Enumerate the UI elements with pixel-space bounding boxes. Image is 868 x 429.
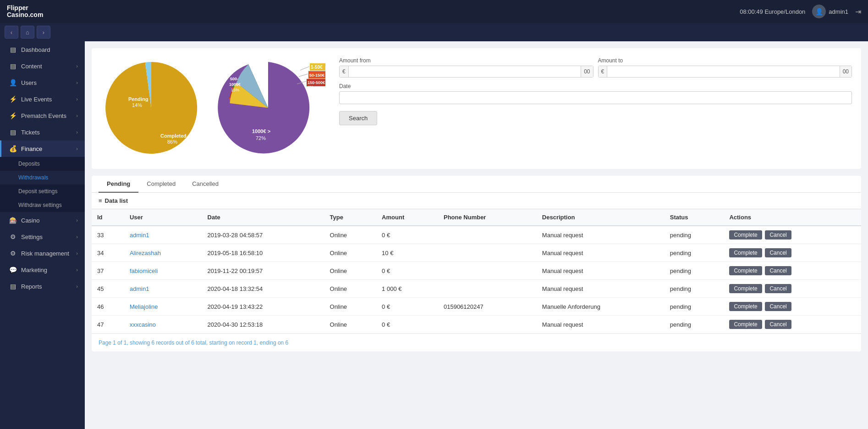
col-id: Id bbox=[92, 209, 124, 226]
nav-home-button[interactable]: ⌂ bbox=[21, 26, 34, 39]
sidebar-item-casino[interactable]: 🎰 Casino › bbox=[0, 212, 85, 228]
col-actions: Actions bbox=[724, 209, 861, 226]
main-layout: ▤ Dashboard ▤ Content › 👤 Users › ⚡ Live… bbox=[0, 41, 868, 429]
amount-from-input[interactable] bbox=[349, 66, 581, 77]
sidebar-item-label: Content bbox=[21, 63, 76, 70]
table-row: 46 Meliajoline 2020-04-19 13:43:22 Onlin… bbox=[92, 298, 861, 316]
cancel-button[interactable]: Cancel bbox=[765, 230, 791, 240]
chevron-icon: › bbox=[76, 80, 78, 85]
amount-from-label: Amount from bbox=[339, 57, 593, 64]
user-link[interactable]: fabiomiceli bbox=[130, 267, 158, 274]
svg-line-4 bbox=[300, 67, 309, 70]
sidebar-item-finance[interactable]: 💰 Finance › bbox=[0, 140, 85, 157]
sidebar-item-settings[interactable]: ⚙ Settings › bbox=[0, 228, 85, 245]
tab-cancelled[interactable]: Cancelled bbox=[184, 176, 227, 193]
sidebar-item-label: Casino bbox=[21, 217, 76, 224]
sidebar-item-tickets[interactable]: ▤ Tickets › bbox=[0, 124, 85, 140]
svg-text:Pending: Pending bbox=[128, 96, 148, 102]
sidebar-item-label: Reports bbox=[21, 283, 76, 290]
chevron-icon: › bbox=[76, 96, 78, 102]
user-link[interactable]: xxxcasino bbox=[130, 321, 156, 328]
tab-pending[interactable]: Pending bbox=[99, 176, 138, 193]
sidebar-item-content[interactable]: ▤ Content › bbox=[0, 58, 85, 74]
user-link[interactable]: Meliajoline bbox=[130, 303, 158, 310]
live-events-icon: ⚡ bbox=[8, 95, 17, 103]
table-row: 33 admin1 2019-03-28 04:58:57 Online 0 €… bbox=[92, 226, 861, 244]
sidebar-item-live-events[interactable]: ⚡ Live Events › bbox=[0, 91, 85, 107]
nav-forward-button[interactable]: › bbox=[37, 26, 50, 39]
complete-button[interactable]: Complete bbox=[729, 248, 762, 257]
cell-date: 2019-11-22 00:19:57 bbox=[202, 262, 324, 280]
complete-button[interactable]: Complete bbox=[729, 266, 762, 275]
complete-button[interactable]: Complete bbox=[729, 284, 762, 293]
datetime: 08:00:49 Europe/London bbox=[740, 8, 805, 15]
tickets-icon: ▤ bbox=[8, 128, 17, 136]
sidebar-item-label: Prematch Events bbox=[21, 112, 76, 119]
currency-to: € bbox=[599, 66, 608, 77]
search-button[interactable]: Search bbox=[339, 111, 377, 125]
chevron-icon: › bbox=[76, 146, 78, 151]
username: admin1 bbox=[829, 8, 848, 15]
cell-id: 34 bbox=[92, 244, 124, 262]
sidebar-item-label: Tickets bbox=[21, 129, 76, 136]
svg-text:4%: 4% bbox=[308, 85, 313, 89]
sidebar-item-withdraw-settings[interactable]: Withdraw settings bbox=[0, 198, 85, 212]
topbar: Flipper Casino.com 08:00:49 Europe/Londo… bbox=[0, 0, 868, 23]
complete-button[interactable]: Complete bbox=[729, 230, 762, 240]
sidebar-item-reports[interactable]: ▤ Reports › bbox=[0, 278, 85, 295]
tab-completed[interactable]: Completed bbox=[138, 176, 184, 193]
sidebar-item-deposits[interactable]: Deposits bbox=[0, 157, 85, 171]
svg-text:1000€: 1000€ bbox=[229, 82, 241, 87]
sidebar-item-users[interactable]: 👤 Users › bbox=[0, 74, 85, 91]
date-input[interactable] bbox=[339, 91, 852, 104]
prematch-icon: ⚡ bbox=[8, 112, 17, 119]
complete-button[interactable]: Complete bbox=[729, 302, 762, 311]
complete-button[interactable]: Complete bbox=[729, 320, 762, 329]
chevron-icon: › bbox=[76, 251, 78, 256]
cell-date: 2019-03-28 04:58:57 bbox=[202, 226, 324, 244]
cell-type: Online bbox=[324, 280, 377, 298]
amount-to-input[interactable] bbox=[607, 66, 839, 77]
nav-back-button[interactable]: ‹ bbox=[5, 26, 18, 39]
cancel-button[interactable]: Cancel bbox=[765, 320, 791, 329]
cell-date: 2020-04-18 13:32:54 bbox=[202, 280, 324, 298]
logout-icon[interactable]: ⇥ bbox=[855, 7, 861, 16]
finance-icon: 💰 bbox=[8, 145, 17, 152]
sidebar-item-deposit-settings[interactable]: Deposit settings bbox=[0, 184, 85, 198]
user-link[interactable]: admin1 bbox=[130, 285, 149, 292]
user-link[interactable]: admin1 bbox=[130, 232, 149, 239]
svg-text:1-50€: 1-50€ bbox=[311, 65, 323, 70]
cell-description: Manual request bbox=[537, 280, 665, 298]
cell-amount: 0 € bbox=[376, 298, 438, 316]
cell-amount: 0 € bbox=[376, 262, 438, 280]
cancel-button[interactable]: Cancel bbox=[765, 248, 791, 257]
cancel-button[interactable]: Cancel bbox=[765, 284, 791, 293]
col-phone: Phone Number bbox=[438, 209, 537, 226]
sidebar-item-label: Live Events bbox=[21, 96, 76, 103]
cell-type: Online bbox=[324, 226, 377, 244]
sidebar-item-prematch-events[interactable]: ⚡ Prematch Events › bbox=[0, 107, 85, 124]
cell-user: fabiomiceli bbox=[124, 262, 202, 280]
svg-text:Completed: Completed bbox=[160, 133, 187, 139]
amount-from-wrapper: € 00 bbox=[339, 66, 593, 78]
cell-id: 46 bbox=[92, 298, 124, 316]
cell-status: pending bbox=[665, 316, 724, 334]
reports-icon: ▤ bbox=[8, 283, 17, 290]
top-section: Pending 14% Completed 86% bbox=[92, 48, 861, 169]
currency-from: € bbox=[340, 66, 349, 77]
table-row: 34 Alirezashah 2019-05-18 16:58:10 Onlin… bbox=[92, 244, 861, 262]
sidebar-item-dashboard[interactable]: ▤ Dashboard bbox=[0, 41, 85, 58]
sidebar-item-risk-management[interactable]: ⚙ Risk management › bbox=[0, 245, 85, 262]
sidebar-item-label: Users bbox=[21, 79, 76, 86]
cancel-button[interactable]: Cancel bbox=[765, 302, 791, 311]
sidebar-item-withdrawals[interactable]: Withdrawals bbox=[0, 171, 85, 184]
list-icon: ≡ bbox=[99, 197, 102, 204]
cell-phone bbox=[438, 316, 537, 334]
cell-phone bbox=[438, 280, 537, 298]
cell-phone bbox=[438, 226, 537, 244]
user-link[interactable]: Alirezashah bbox=[130, 250, 161, 256]
sidebar-item-label: Finance bbox=[21, 145, 76, 152]
cancel-button[interactable]: Cancel bbox=[765, 266, 791, 275]
cents-to: 00 bbox=[840, 66, 852, 77]
sidebar-item-marketing[interactable]: 💬 Marketing › bbox=[0, 262, 85, 278]
